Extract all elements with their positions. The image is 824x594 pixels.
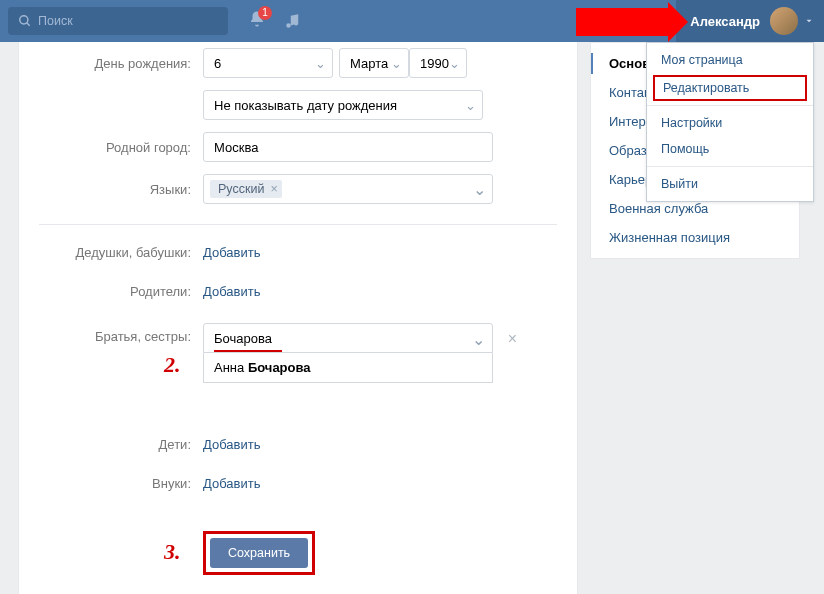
add-grandchildren[interactable]: Добавить [203, 476, 260, 491]
lang-chip: Русский× [210, 180, 282, 198]
annotation-3: 3. [164, 539, 181, 565]
chevron-down-icon: ⌄ [315, 56, 326, 71]
select-year[interactable]: 1990⌄ [409, 48, 467, 78]
music-icon[interactable] [284, 12, 302, 30]
label-children: Дети: [39, 437, 203, 452]
siblings-input[interactable] [203, 323, 493, 353]
chevron-down-icon: ⌄ [449, 56, 460, 71]
chevron-down-icon [804, 16, 814, 26]
arrow-annotation [576, 8, 670, 36]
label-parents: Родители: [39, 284, 203, 299]
add-children[interactable]: Добавить [203, 437, 260, 452]
label-birthday: День рождения: [39, 56, 203, 71]
notifications-button[interactable]: 1 [248, 10, 266, 32]
menu-edit[interactable]: Редактировать [653, 75, 807, 101]
header-icons: 1 [248, 10, 302, 32]
menu-my-page[interactable]: Моя страница [647, 47, 813, 73]
divider [39, 224, 557, 225]
select-year-value: 1990 [420, 56, 449, 71]
option-bold: Бочарова [248, 360, 311, 375]
select-day[interactable]: 6⌄ [203, 48, 333, 78]
clear-icon[interactable]: × [508, 330, 517, 348]
search-box[interactable] [8, 7, 228, 35]
option-prefix: Анна [214, 360, 248, 375]
lang-chip-text: Русский [218, 182, 264, 196]
remove-chip-icon[interactable]: × [270, 182, 277, 196]
save-highlight: Сохранить [203, 531, 315, 575]
label-hometown: Родной город: [39, 140, 203, 155]
select-bday-privacy[interactable]: Не показывать дату рождения⌄ [203, 90, 483, 120]
save-button[interactable]: Сохранить [210, 538, 308, 568]
sidebar-item-life-views[interactable]: Жизненная позиция [591, 223, 799, 252]
row-parents: Родители: Добавить [19, 278, 577, 305]
user-menu-trigger[interactable]: Александр [676, 0, 824, 42]
siblings-combobox: ⌄ × Анна Бочарова [203, 323, 493, 383]
chevron-down-icon[interactable]: ⌄ [472, 330, 485, 349]
label-grandparents: Дедушки, бабушки: [39, 245, 203, 260]
menu-help[interactable]: Помощь [647, 136, 813, 162]
user-dropdown-menu: Моя страница Редактировать Настройки Пом… [646, 42, 814, 202]
select-bday-privacy-value: Не показывать дату рождения [214, 98, 397, 113]
avatar [770, 7, 798, 35]
row-grandparents: Дедушки, бабушки: Добавить [19, 239, 577, 266]
label-siblings: Братья, сестры: [39, 323, 203, 344]
siblings-option[interactable]: Анна Бочарова [204, 353, 492, 382]
row-save: Сохранить [19, 525, 577, 581]
chevron-down-icon: ⌄ [465, 98, 476, 113]
row-grandchildren: Внуки: Добавить [19, 470, 577, 497]
search-icon [18, 14, 32, 28]
chevron-down-icon: ⌄ [391, 56, 402, 71]
label-languages: Языки: [39, 182, 203, 197]
chevron-down-icon: ⌄ [473, 180, 486, 199]
svg-line-1 [27, 23, 30, 26]
menu-logout[interactable]: Выйти [647, 171, 813, 197]
menu-separator [647, 166, 813, 167]
row-hometown: Родной город: [19, 126, 577, 168]
row-siblings: Братья, сестры: ⌄ × Анна Бочарова [19, 317, 577, 389]
top-header: 1 Александр [0, 0, 824, 42]
annotation-2: 2. [164, 352, 181, 378]
siblings-dropdown: Анна Бочарова [203, 353, 493, 383]
add-grandparents[interactable]: Добавить [203, 245, 260, 260]
row-bday-privacy: Не показывать дату рождения⌄ [19, 84, 577, 126]
select-day-value: 6 [214, 56, 221, 71]
notif-badge: 1 [258, 6, 272, 20]
row-children: Дети: Добавить [19, 431, 577, 458]
menu-settings[interactable]: Настройки [647, 110, 813, 136]
username: Александр [690, 14, 760, 29]
row-birthday: День рождения: 6⌄ Марта⌄ 1990⌄ [19, 42, 577, 84]
search-input[interactable] [38, 14, 218, 28]
select-month[interactable]: Марта⌄ [339, 48, 409, 78]
add-parents[interactable]: Добавить [203, 284, 260, 299]
label-grandchildren: Внуки: [39, 476, 203, 491]
menu-separator [647, 105, 813, 106]
edit-form: День рождения: 6⌄ Марта⌄ 1990⌄ Не показы… [18, 42, 578, 594]
select-languages[interactable]: Русский× ⌄ [203, 174, 493, 204]
row-languages: Языки: Русский× ⌄ [19, 168, 577, 210]
hometown-input[interactable] [203, 132, 493, 162]
select-month-value: Марта [350, 56, 388, 71]
svg-point-0 [20, 16, 28, 24]
